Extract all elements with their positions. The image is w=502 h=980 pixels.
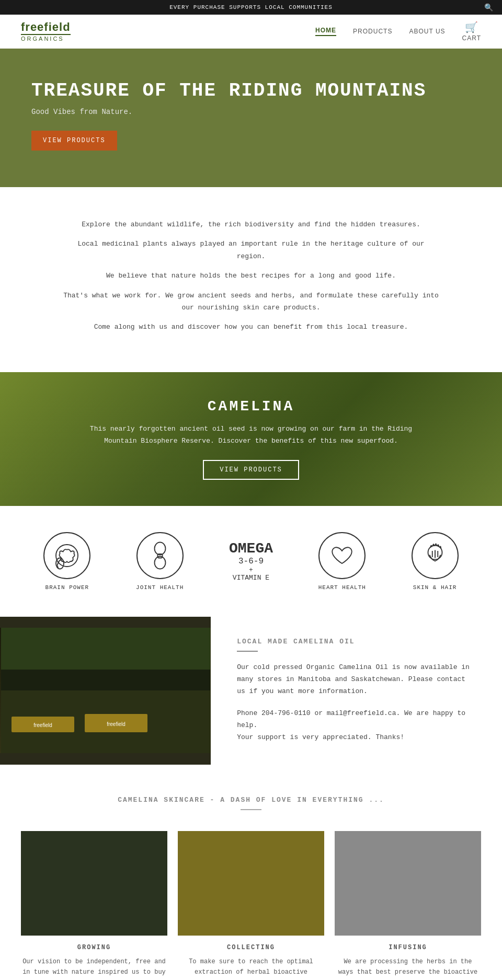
about-para-1: Explore the abundant wildlife, the rich …	[63, 218, 439, 230]
omega-vitamin: VITAMIN E	[233, 574, 269, 582]
heart-health-label: HEART HEALTH	[318, 584, 366, 591]
heart-icon	[326, 540, 358, 571]
card-infusing: INFUSING We are processing the herbs in …	[335, 831, 481, 980]
svg-rect-12	[1, 628, 210, 670]
header: freefield ORGANICS HOME PRODUCTS ABOUT U…	[0, 15, 502, 49]
search-icon[interactable]: 🔍	[484, 3, 494, 12]
hero-title: TREASURE OF THE RIDING MOUNTAINS	[31, 80, 471, 101]
camelina-section: CAMELINA This nearly forgotten ancient o…	[0, 372, 502, 506]
oil-title: LOCAL MADE CAMELINA OIL	[237, 638, 476, 645]
banner-text: EVERY PURCHASE SUPPORTS LOCAL COMMUNITIE…	[169, 4, 333, 10]
camelina-title: CAMELINA	[73, 398, 429, 414]
top-banner: EVERY PURCHASE SUPPORTS LOCAL COMMUNITIE…	[0, 0, 502, 15]
skincare-divider	[241, 809, 261, 810]
logo-line	[21, 34, 71, 35]
heart-health-item: HEART HEALTH	[318, 532, 366, 591]
hero-view-products-button[interactable]: VIEW PRODUCTS	[31, 131, 117, 151]
logo[interactable]: freefield ORGANICS	[21, 21, 71, 42]
oil-image-placeholder: freefield freefield	[0, 628, 211, 753]
hero-subtitle: Good Vibes from Nature.	[31, 108, 471, 116]
skincare-cards-row: GROWING Our vision to be independent, fr…	[21, 831, 481, 980]
oil-text-2: Phone 204-796-0110 or mail@freefield.ca.…	[237, 707, 476, 732]
infusing-text: We are processing the herbs in the ways …	[335, 956, 481, 980]
logo-main-text: freefield	[21, 21, 71, 33]
heart-health-icon-circle	[318, 532, 366, 579]
collecting-image	[178, 831, 324, 936]
svg-point-2	[154, 542, 165, 555]
camelina-content: CAMELINA This nearly forgotten ancient o…	[73, 398, 429, 480]
infusing-heading: INFUSING	[335, 944, 481, 951]
camelina-description: This nearly forgotten ancient oil seed i…	[73, 423, 429, 447]
about-para-4: That's what we work for. We grow ancient…	[63, 290, 439, 314]
growing-image	[21, 831, 167, 936]
growing-text: Our vision to be independent, free and i…	[21, 956, 167, 980]
cart-icon: 🛒	[465, 21, 478, 33]
svg-text:freefield: freefield	[107, 721, 126, 727]
svg-text:freefield: freefield	[33, 722, 52, 728]
about-section: Explore the abundant wildlife, the rich …	[0, 187, 502, 372]
nav-about[interactable]: ABOUT US	[409, 28, 445, 35]
card-collecting: COLLECTING To make sure to reach the opt…	[178, 831, 324, 980]
oil-info-section: freefield freefield LOCAL MADE CAMELINA …	[0, 617, 502, 765]
collecting-heading: COLLECTING	[178, 944, 324, 951]
hair-icon	[419, 540, 451, 571]
oil-text-3: Your support is very appreciated. Thanks…	[237, 731, 476, 743]
brain-power-item: BRAIN POWER	[43, 532, 90, 591]
about-para-5: Come along with us and discover how you …	[63, 321, 439, 333]
omega-center: OMEGA 3-6-9 + VITAMIN E	[229, 540, 273, 582]
oil-image-col: freefield freefield	[0, 617, 211, 765]
brain-power-icon-circle	[43, 532, 90, 579]
main-nav: HOME PRODUCTS ABOUT US 🛒 CART	[315, 21, 481, 42]
joint-health-label: JOINT HEALTH	[136, 584, 184, 591]
camelina-view-products-button[interactable]: VIEW PRODUCTS	[203, 460, 299, 480]
nav-products[interactable]: PRODUCTS	[353, 28, 392, 35]
omega-plus: +	[249, 566, 253, 574]
nav-cart[interactable]: 🛒 CART	[462, 21, 481, 42]
oil-text-1: Our cold pressed Organic Camelina Oil is…	[237, 661, 476, 698]
brain-power-label: BRAIN POWER	[45, 584, 89, 591]
skin-hair-icon-circle	[412, 532, 459, 579]
about-para-2: Local medicinal plants always played an …	[63, 238, 439, 262]
collecting-text: To make sure to reach the optimal extrac…	[178, 956, 324, 980]
oil-text-col: LOCAL MADE CAMELINA OIL Our cold pressed…	[211, 617, 502, 765]
card-growing: GROWING Our vision to be independent, fr…	[21, 831, 167, 980]
omega-title: OMEGA	[229, 540, 273, 557]
benefits-row: BRAIN POWER JOINT HEALTH OMEGA 3-6-9 + V…	[0, 506, 502, 617]
brain-icon	[51, 540, 83, 571]
logo-sub-text: ORGANICS	[21, 36, 71, 42]
skin-hair-label: SKIN & HAIR	[413, 584, 457, 591]
nav-home[interactable]: HOME	[315, 27, 336, 36]
about-para-3: We believe that nature holds the best re…	[63, 270, 439, 282]
joint-health-item: JOINT HEALTH	[136, 532, 184, 591]
joint-icon	[144, 540, 176, 571]
infusing-image	[335, 831, 481, 936]
cart-label: CART	[462, 34, 481, 42]
joint-health-icon-circle	[136, 532, 184, 579]
hero-section: TREASURE OF THE RIDING MOUNTAINS Good Vi…	[0, 49, 502, 187]
oil-divider	[237, 651, 258, 652]
skincare-section: CAMELINA SKINCARE - A DASH OF LOVE IN EV…	[0, 765, 502, 980]
field-image-svg: freefield freefield	[1, 628, 210, 753]
skin-hair-item: SKIN & HAIR	[412, 532, 459, 591]
growing-heading: GROWING	[21, 944, 167, 951]
skincare-title: CAMELINA SKINCARE - A DASH OF LOVE IN EV…	[21, 796, 481, 804]
omega-sub: 3-6-9	[238, 557, 264, 566]
